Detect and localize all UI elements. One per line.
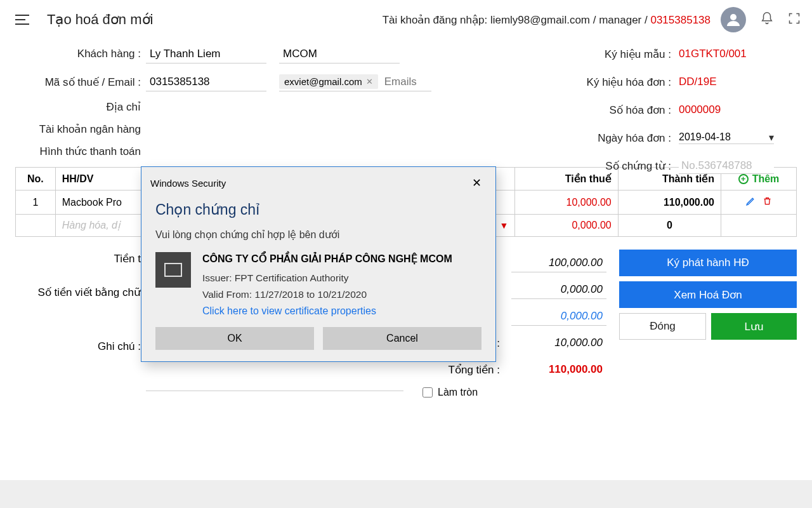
total-grand: 110,000.00 [511,361,606,378]
certificate-item[interactable]: CÔNG TY CỔ PHẦN GIẢI PHÁP CÔNG NGHỆ MCOM… [155,252,481,317]
invoice-meta: Ký hiệu mẫu :01GTKT0/001 Ký hiệu hóa đơn… [571,44,774,184]
total-grand-label: Tổng tiền : [449,363,500,377]
label-amount-words: Số tiền viết bằng chữ [15,283,146,299]
close-button[interactable]: Đóng [619,313,706,340]
meta-pattern-label: Ký hiệu mẫu : [605,48,671,61]
label-bank: Tài khoản ngân hàng [15,123,146,136]
dialog-title: Windows Security [150,178,226,189]
view-button[interactable]: Xem Hoá Đơn [619,281,797,308]
meta-voucher-label: Số chứng từ : [605,159,671,173]
ok-button[interactable]: OK [155,327,314,350]
th-no: No. [16,168,56,190]
menu-icon[interactable] [15,15,29,25]
dialog-subtitle: Vui lòng chọn chứng chỉ hợp lệ bên dưới [155,229,481,241]
email-chip-container[interactable]: exviet@gmail.com✕ [279,72,431,91]
round-label: Làm tròn [438,387,478,398]
meta-number-label: Số hóa đơn : [609,104,671,117]
total-amount: 100,000.00 [511,254,606,272]
new-total-cell[interactable]: 0 [618,215,721,237]
note-input-2[interactable] [146,373,403,391]
dialog-heading: Chọn chứng chỉ [155,201,481,218]
round-row: Làm tròn [410,387,606,398]
total-line2: 0,000.00 [511,281,606,299]
notification-icon[interactable] [760,11,774,29]
round-checkbox[interactable] [422,387,433,398]
email-chip: exviet@gmail.com✕ [279,74,378,89]
fullscreen-icon[interactable] [788,12,801,27]
certificate-icon [155,252,191,288]
header-bar: Tạo hoá đơn mới Tài khoản đăng nhập: lie… [0,0,812,39]
cell-no: 1 [16,190,56,215]
certificate-dialog: Windows Security ✕ Chọn chứng chỉ Vui lò… [141,166,496,362]
certificate-validity: Valid From: 11/27/2018 to 10/21/2020 [202,289,452,300]
certificate-issuer: Issuer: FPT Certification Authority [202,272,452,284]
certificate-name: CÔNG TY CỔ PHẦN GIẢI PHÁP CÔNG NGHỆ MCOM [202,252,452,266]
close-icon[interactable]: ✕ [467,173,487,192]
new-tax-cell[interactable]: 0,000.00 [515,215,618,237]
delete-icon[interactable] [763,196,772,209]
voucher-number-input[interactable] [679,158,774,174]
sign-button[interactable]: Ký phát hành HĐ [619,250,797,276]
edit-icon[interactable] [745,196,756,209]
cell-total: 110,000.00 [618,190,721,215]
total-ck: 0,000.00 [511,307,606,326]
company-input[interactable] [279,44,400,64]
label-note: Ghi chú : [15,338,146,353]
meta-number-value: 0000009 [679,104,774,116]
emails-input[interactable] [378,76,429,88]
login-phone[interactable]: 0315385138 [650,14,710,26]
status-bar [0,480,812,508]
meta-serial-value: DD/19E [679,76,774,88]
invoice-date-select[interactable]: 2019-04-18▾ [679,131,774,144]
avatar[interactable] [721,7,746,32]
cancel-button[interactable]: Cancel [323,327,481,350]
label-customer: Khách hàng : [15,48,146,60]
action-buttons: Ký phát hành HĐ Xem Hoá Đơn Đóng Lưu [619,250,797,409]
label-address: Địa chỉ [15,100,146,114]
page-title: Tạo hoá đơn mới [47,11,153,28]
remove-email-icon[interactable]: ✕ [366,77,373,86]
customer-name-input[interactable] [146,44,266,64]
certificate-properties-link[interactable]: Click here to view certificate propertie… [202,305,452,317]
login-info: Tài khoản đăng nhập: liemly98@gmail.com … [383,13,710,27]
content: Khách hàng : Mã số thuế / Email : exviet… [0,39,812,414]
svg-point-0 [730,14,737,20]
meta-pattern-value: 01GTKT0/001 [679,48,774,60]
label-tax-email: Mã số thuế / Email : [15,76,146,89]
tax-code-input[interactable] [146,72,266,91]
label-payment: Hình thức thanh toán [15,145,146,158]
label-amount-words-1: Tiền t [15,250,146,265]
save-button[interactable]: Lưu [711,313,797,340]
tax-type-dropdown[interactable]: ▼ [500,220,509,231]
meta-date-label: Ngày hóa đơn : [598,131,671,145]
total-vat: 10,000.00 [511,334,606,352]
cell-tax: 10,000.00 [515,190,618,215]
meta-serial-label: Ký hiệu hóa đơn : [587,76,671,89]
